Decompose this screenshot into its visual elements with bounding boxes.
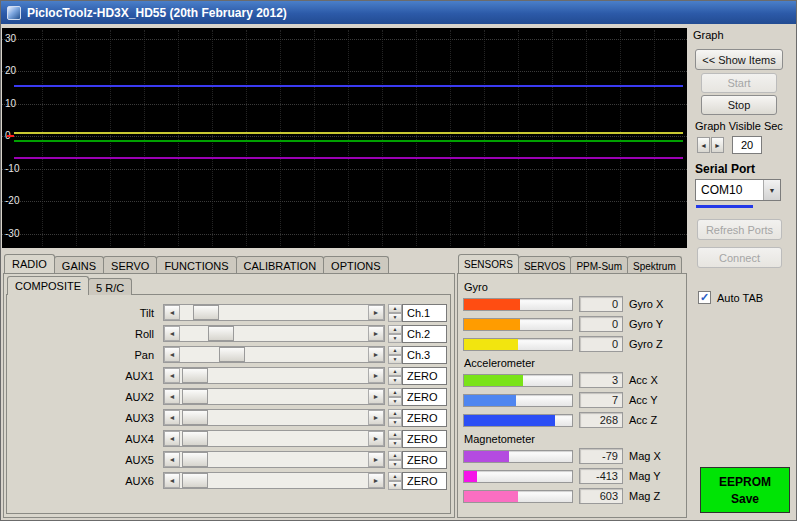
sensor-bar-fill	[464, 395, 516, 406]
tab-main-calibration[interactable]: CALIBRATION	[236, 256, 325, 273]
tab-sensor-ppmsum[interactable]: PPM-Sum	[570, 256, 628, 273]
serial-port-combo[interactable]: COM10 ▼	[695, 179, 781, 201]
slider-thumb[interactable]	[219, 347, 245, 362]
channel-row-aux3: AUX3◄►▲▼ZERO	[7, 407, 450, 428]
sensor-bar-fill	[464, 299, 520, 310]
spin-up-icon[interactable]: ▲	[388, 451, 402, 460]
combo-dropdown-icon[interactable]: ▼	[763, 180, 780, 200]
slider-track[interactable]	[180, 473, 368, 488]
slider-track[interactable]	[180, 347, 368, 362]
slider-thumb[interactable]	[182, 431, 208, 446]
slider-right-arrow-icon[interactable]: ►	[368, 305, 384, 320]
tab-main-options[interactable]: OPTIONS	[323, 256, 389, 273]
spin-up-icon[interactable]: ▲	[388, 409, 402, 418]
tab-sensor-servos[interactable]: SERVOS	[518, 256, 572, 273]
spin-down-icon[interactable]: ▼	[388, 439, 402, 448]
spin-up-icon[interactable]: ▲	[388, 346, 402, 355]
channel-row-roll: Roll◄►▲▼Ch.2	[7, 323, 450, 344]
slider-left-arrow-icon[interactable]: ◄	[164, 452, 180, 467]
channel-value-box-aux3[interactable]: ZERO	[402, 409, 447, 427]
channel-label: Tilt	[11, 307, 163, 319]
slider-left-arrow-icon[interactable]: ◄	[164, 347, 180, 362]
slider-thumb[interactable]	[182, 473, 208, 488]
slider-thumb[interactable]	[182, 452, 208, 467]
tab-sub-composite[interactable]: COMPOSITE	[7, 276, 89, 295]
slider-thumb[interactable]	[182, 410, 208, 425]
spin-down-icon[interactable]: ▼	[388, 334, 402, 343]
channel-value-box-roll[interactable]: Ch.2	[402, 325, 447, 343]
spin-down-icon[interactable]: ▼	[388, 397, 402, 406]
slider-track[interactable]	[180, 368, 368, 383]
channel-slider-aux6: ◄►	[163, 472, 385, 489]
show-items-button[interactable]: << Show Items	[695, 49, 783, 70]
refresh-ports-button[interactable]: Refresh Ports	[697, 219, 782, 240]
channel-value-box-aux6[interactable]: ZERO	[402, 472, 447, 490]
slider-thumb[interactable]	[208, 326, 234, 341]
tab-sub-5rc[interactable]: 5 R/C	[88, 278, 132, 295]
spin-up-icon[interactable]: ▲	[388, 304, 402, 313]
channel-value-box-aux1[interactable]: ZERO	[402, 367, 447, 385]
tab-main-radio[interactable]: RADIO	[4, 254, 55, 273]
sec-decrement-icon[interactable]: ◄	[697, 137, 710, 153]
spin-down-icon[interactable]: ▼	[388, 376, 402, 385]
slider-track[interactable]	[180, 389, 368, 404]
slider-right-arrow-icon[interactable]: ►	[368, 473, 384, 488]
sensor-bar-gyro-y	[463, 318, 573, 331]
auto-tab-checkbox[interactable]: ✓ Auto TAB	[698, 291, 763, 304]
sec-increment-icon[interactable]: ►	[711, 137, 724, 153]
checkbox-check-icon[interactable]: ✓	[698, 291, 711, 304]
title-bar[interactable]: PiclocToolz-HD3X_HD55 (20th February 201…	[1, 1, 796, 24]
slider-track[interactable]	[180, 431, 368, 446]
start-button[interactable]: Start	[701, 73, 777, 93]
stop-button[interactable]: Stop	[701, 95, 777, 115]
slider-thumb[interactable]	[193, 305, 219, 320]
spin-down-icon[interactable]: ▼	[388, 418, 402, 427]
sensor-label: Mag X	[629, 450, 661, 462]
tab-main-gains[interactable]: GAINS	[54, 256, 104, 273]
slider-thumb[interactable]	[182, 368, 208, 383]
visible-sec-value[interactable]: 20	[732, 136, 762, 154]
spin-up-icon[interactable]: ▲	[388, 367, 402, 376]
channel-value-box-tilt[interactable]: Ch.1	[402, 304, 447, 322]
slider-left-arrow-icon[interactable]: ◄	[164, 305, 180, 320]
spin-up-icon[interactable]: ▲	[388, 388, 402, 397]
slider-right-arrow-icon[interactable]: ►	[368, 368, 384, 383]
slider-track[interactable]	[180, 410, 368, 425]
slider-left-arrow-icon[interactable]: ◄	[164, 326, 180, 341]
tab-sensor-spektrum[interactable]: Spektrum	[627, 256, 682, 273]
spin-up-icon[interactable]: ▲	[388, 472, 402, 481]
slider-right-arrow-icon[interactable]: ►	[368, 452, 384, 467]
spin-up-icon[interactable]: ▲	[388, 325, 402, 334]
slider-left-arrow-icon[interactable]: ◄	[164, 368, 180, 383]
slider-track[interactable]	[180, 305, 368, 320]
slider-left-arrow-icon[interactable]: ◄	[164, 473, 180, 488]
slider-track[interactable]	[180, 452, 368, 467]
slider-track[interactable]	[180, 326, 368, 341]
spin-down-icon[interactable]: ▼	[388, 355, 402, 364]
slider-right-arrow-icon[interactable]: ►	[368, 326, 384, 341]
channel-spinner: ▲▼	[388, 346, 402, 364]
channel-value-box-pan[interactable]: Ch.3	[402, 346, 447, 364]
spin-down-icon[interactable]: ▼	[388, 481, 402, 490]
spin-down-icon[interactable]: ▼	[388, 460, 402, 469]
channel-value-box-aux5[interactable]: ZERO	[402, 451, 447, 469]
slider-right-arrow-icon[interactable]: ►	[368, 410, 384, 425]
slider-right-arrow-icon[interactable]: ►	[368, 389, 384, 404]
connect-button[interactable]: Connect	[697, 247, 782, 268]
tab-main-servo[interactable]: SERVO	[103, 256, 157, 273]
slider-left-arrow-icon[interactable]: ◄	[164, 410, 180, 425]
channel-value-box-aux4[interactable]: ZERO	[402, 430, 447, 448]
slider-left-arrow-icon[interactable]: ◄	[164, 431, 180, 446]
spin-down-icon[interactable]: ▼	[388, 313, 402, 322]
spin-up-icon[interactable]: ▲	[388, 430, 402, 439]
slider-left-arrow-icon[interactable]: ◄	[164, 389, 180, 404]
sensor-bar-fill	[464, 415, 555, 426]
channel-value-box-aux2[interactable]: ZERO	[402, 388, 447, 406]
tab-main-functions[interactable]: FUNCTIONS	[156, 256, 236, 273]
eeprom-save-button[interactable]: EEPROM Save	[700, 467, 790, 513]
sensor-tabpanel: Gyro0Gyro X0Gyro Y0Gyro ZAccelerometer3A…	[457, 273, 687, 518]
slider-right-arrow-icon[interactable]: ►	[368, 347, 384, 362]
slider-right-arrow-icon[interactable]: ►	[368, 431, 384, 446]
tab-sensor-sensors[interactable]: SENSORS	[458, 254, 519, 273]
slider-thumb[interactable]	[182, 389, 208, 404]
